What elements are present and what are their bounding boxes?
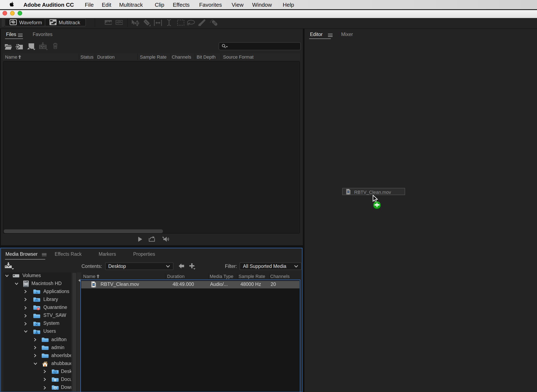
svg-text:A: A <box>36 291 38 294</box>
